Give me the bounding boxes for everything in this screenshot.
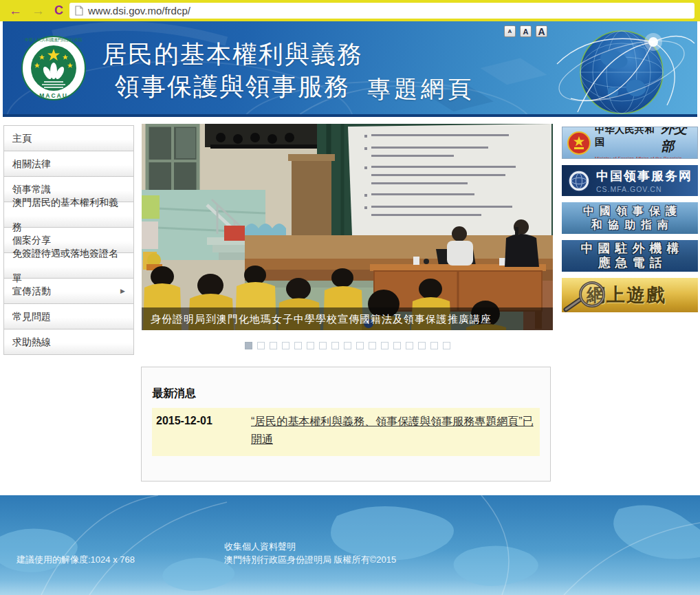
svg-text:MACAU: MACAU <box>39 92 68 99</box>
china-emblem-icon <box>567 131 591 155</box>
banner-protection-guide[interactable]: 中國領事保護 和協助指南 <box>562 202 698 234</box>
browser-toolbar: ← → C www.dsi.gov.mo/frdcp/ <box>0 0 700 21</box>
carousel-dot[interactable] <box>356 342 364 349</box>
font-size-medium-button[interactable]: A <box>520 25 532 37</box>
back-button[interactable]: ← <box>9 0 22 21</box>
sidebar-item-home[interactable]: 主頁 <box>4 126 133 151</box>
sidebar-item-faq[interactable]: 常見問題 <box>4 304 133 329</box>
reload-button[interactable]: C <box>54 0 63 21</box>
carousel-dot[interactable] <box>270 342 277 349</box>
magnifier-icon <box>562 278 610 312</box>
address-bar[interactable]: www.dsi.gov.mo/frdcp/ <box>69 3 694 19</box>
font-size-controls: A A A <box>504 25 551 37</box>
sidebar-item-help-hotline[interactable]: 求助熱線 <box>4 329 133 355</box>
carousel-dot[interactable] <box>418 342 426 349</box>
carousel-dot[interactable] <box>443 342 450 349</box>
banner-mfa-en-text: Ministry of Foreign Affairs of the Peopl… <box>595 156 697 159</box>
banner-online-game[interactable]: 網上遊戲 <box>562 278 698 312</box>
footer-resolution-note: 建議使用的解像度:1024 x 768 <box>17 554 135 566</box>
news-heading: 最新消息 <box>152 387 540 401</box>
news-link[interactable]: “居民的基本權利與義務、領事保護與領事服務專題網頁”已開通 <box>251 413 534 449</box>
carousel-dot[interactable] <box>294 342 302 349</box>
carousel-caption: 身份證明局到澳門化地瑪女子中學學校宣傳國籍法及領事保護推廣講座 <box>142 307 553 330</box>
font-size-small-button[interactable]: A <box>504 25 516 37</box>
news-date: 2015-12-01 <box>156 413 251 449</box>
banner-mfa-prc[interactable]: 中华人民共和国 外交部 Ministry of Foreign Affairs … <box>562 127 698 159</box>
globe-graphic <box>550 23 696 116</box>
carousel-photo <box>142 124 553 330</box>
sidebar-item-label: 主頁 <box>12 126 32 151</box>
footer-copyright: 澳門特別行政區身份證明局 版權所有©2015 <box>224 554 396 566</box>
banner-consular-url: CS.MFA.GOV.CN <box>596 185 692 193</box>
carousel-dots <box>142 342 553 349</box>
sidebar-item-label: 相關法律 <box>12 151 51 176</box>
svg-text:中華人民共和國澳門特別行政區: 中華人民共和國澳門特別行政區 <box>25 37 83 43</box>
footer-map-decoration <box>0 495 700 595</box>
carousel-dot[interactable] <box>282 342 289 349</box>
carousel[interactable]: 身份證明局到澳門化地瑪女子中學學校宣傳國籍法及領事保護推廣講座 <box>142 124 553 330</box>
banner-mfa-cn-text: 中华人民共和国 <box>595 127 659 149</box>
carousel-dot[interactable] <box>406 342 413 349</box>
page-title: 居民的基本權利與義務 領事保護與領事服務 <box>98 38 367 102</box>
carousel-dot[interactable] <box>381 342 389 349</box>
banner-emergency-line1: 中國駐外機構 <box>576 241 684 256</box>
carousel-dot[interactable] <box>319 342 327 349</box>
forward-button[interactable]: → <box>32 0 45 21</box>
carousel-dot[interactable] <box>369 342 376 349</box>
carousel-dot[interactable] <box>307 342 314 349</box>
footer-privacy-link[interactable]: 收集個人資料聲明 <box>224 541 296 553</box>
page-icon <box>75 6 83 16</box>
chevron-right-icon: ▶ <box>120 279 125 303</box>
banner-consular-service-net[interactable]: 中国领事服务网 CS.MFA.GOV.CN <box>562 165 698 196</box>
right-banner-column: 中华人民共和国 外交部 Ministry of Foreign Affairs … <box>562 127 698 318</box>
site-header-banner: MACAU 中華人民共和國澳門特別行政區 居民的基本權利與義務 領事保護與領事服… <box>3 21 697 117</box>
carousel-dot[interactable] <box>257 342 265 349</box>
sidebar-item-label: 宣傳活動 <box>12 279 51 303</box>
banner-emergency-line2: 應急電話 <box>593 256 667 270</box>
carousel-dot[interactable] <box>331 342 339 349</box>
news-box: 最新消息 2015-12-01 “居民的基本權利與義務、領事保護與領事服務專題網… <box>141 367 551 482</box>
page-subtitle: 專題網頁 <box>367 74 474 105</box>
sidebar-item-related-laws[interactable]: 相關法律 <box>4 151 133 177</box>
banner-protection-line1: 中國領事保護 <box>578 204 682 218</box>
footer: 建議使用的解像度:1024 x 768 收集個人資料聲明 澳門特別行政區身份證明… <box>0 495 700 595</box>
macau-logo: MACAU 中華人民共和國澳門特別行政區 <box>21 35 87 101</box>
banner-consular-title: 中国领事服务网 <box>596 168 692 184</box>
sidebar-menu: 主頁 相關法律 領事常識 澳門居民的基本權利和義務 個案分享 免簽證待遇或落地簽… <box>3 125 134 355</box>
consular-globe-icon <box>567 169 591 193</box>
sidebar-item-label: 求助熱線 <box>12 329 51 354</box>
banner-mfa-calligraphy-text: 外交部 <box>661 127 697 155</box>
sidebar-item-label: 常見問題 <box>12 304 51 329</box>
banner-protection-line2: 和協助指南 <box>586 218 674 232</box>
banner-emergency-phone[interactable]: 中國駐外機構 應急電話 <box>562 240 698 272</box>
font-size-large-button[interactable]: A <box>536 25 547 37</box>
carousel-dot[interactable] <box>344 342 351 349</box>
carousel-dot[interactable] <box>245 342 252 349</box>
sidebar-item-visa-free-list[interactable]: 免簽證待遇或落地簽證名單 <box>4 253 133 279</box>
sidebar-item-rights-obligations[interactable]: 澳門居民的基本權利和義務 <box>4 202 133 228</box>
carousel-dot[interactable] <box>430 342 438 349</box>
url-text: www.dsi.gov.mo/frdcp/ <box>88 5 190 17</box>
page-title-line1: 居民的基本權利與義務 <box>98 38 367 70</box>
carousel-dot[interactable] <box>393 342 401 349</box>
page-title-line2: 領事保護與領事服務 <box>98 70 367 102</box>
news-row: 2015-12-01 “居民的基本權利與義務、領事保護與領事服務專題網頁”已開通 <box>152 408 540 456</box>
